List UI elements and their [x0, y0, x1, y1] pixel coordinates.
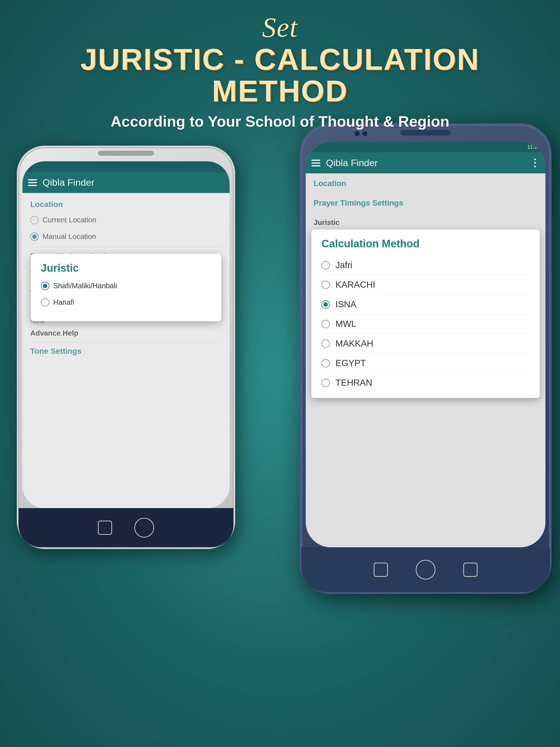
- phone-bottom-nav-right: [301, 547, 550, 592]
- status-time: 11:10: [527, 144, 540, 150]
- jafri-item[interactable]: Jafri: [321, 255, 530, 275]
- phone-left: Qibla Finder Location Current Location M…: [17, 146, 235, 549]
- location-section-left: Location: [30, 200, 222, 209]
- camera-dot-1: [354, 131, 359, 136]
- isna-radio[interactable]: [321, 300, 330, 309]
- juristic-label-right: Juristic: [314, 218, 538, 227]
- jafri-radio[interactable]: [321, 261, 330, 269]
- current-location-row[interactable]: Current Location: [30, 214, 222, 226]
- makkah-item[interactable]: MAKKAH: [321, 334, 530, 354]
- phone-screen-right: 11:10 Qibla Finder ⋮ Location Prayer Tim…: [306, 142, 545, 547]
- phones-area: Qibla Finder Location Current Location M…: [0, 123, 560, 740]
- header-subtitle: According to Your School of Thought & Re…: [0, 112, 560, 130]
- home-btn-left[interactable]: [134, 518, 154, 538]
- app-content-right: Location Prayer Timings Settings Juristi…: [306, 173, 545, 547]
- shafi-label: Shafi/Maliki/Hanbali: [53, 282, 117, 290]
- phone-screen-left: Qibla Finder Location Current Location M…: [22, 161, 230, 508]
- phone-bottom-nav-left: [19, 508, 234, 547]
- phone-right: 11:10 Qibla Finder ⋮ Location Prayer Tim…: [300, 123, 552, 594]
- makkah-radio[interactable]: [321, 339, 330, 348]
- home-btn-right[interactable]: [416, 560, 435, 579]
- hanafi-label: Hanafi: [53, 298, 74, 307]
- hanafi-radio[interactable]: [41, 298, 49, 307]
- back-btn-right[interactable]: [463, 563, 477, 577]
- phone-shell-right: 11:10 Qibla Finder ⋮ Location Prayer Tim…: [300, 123, 552, 594]
- karachi-label: KARACHI: [336, 280, 375, 290]
- tone-settings-left: Tone Settings: [30, 347, 222, 356]
- egypt-item[interactable]: EGYPT: [321, 354, 530, 373]
- app-content-left: Location Current Location Manual Locatio…: [22, 193, 230, 508]
- makkah-label: MAKKAH: [336, 338, 373, 349]
- current-location-radio[interactable]: [30, 216, 38, 224]
- mwl-radio[interactable]: [321, 320, 330, 328]
- camera-area: [354, 131, 367, 136]
- manual-location-radio[interactable]: [30, 232, 38, 241]
- tehran-item[interactable]: TEHRAN: [321, 373, 530, 392]
- isna-item[interactable]: ISNA: [321, 295, 530, 314]
- egypt-label: EGYPT: [336, 358, 366, 368]
- location-section-right: Location: [314, 179, 538, 188]
- divider-2: [30, 342, 222, 342]
- current-location-label: Current Location: [43, 216, 96, 224]
- calc-dialog-title: Calculation Method: [321, 238, 530, 250]
- shafi-row[interactable]: Shafi/Maliki/Hanbali: [41, 280, 211, 292]
- header-set: Set: [0, 11, 560, 44]
- hamburger-icon-left[interactable]: [28, 179, 37, 186]
- more-options-icon[interactable]: ⋮: [530, 157, 540, 169]
- karachi-item[interactable]: KARACHI: [321, 275, 530, 295]
- egypt-radio[interactable]: [321, 359, 330, 367]
- shafi-radio[interactable]: [41, 282, 49, 290]
- jafri-label: Jafri: [336, 260, 352, 270]
- status-bar-left: [22, 161, 230, 172]
- toolbar-right: Qibla Finder ⋮: [306, 152, 545, 173]
- advance-help-left[interactable]: Advance Help: [30, 329, 222, 337]
- manual-location-label: Manual Location: [43, 232, 96, 241]
- tehran-label: TEHRAN: [336, 378, 372, 388]
- calc-method-dialog: Calculation Method Jafri KARACHI ISNA: [311, 229, 540, 398]
- toolbar-left: Qibla Finder: [22, 172, 230, 193]
- manual-location-row[interactable]: Manual Location: [30, 231, 222, 242]
- mwl-label: MWL: [336, 319, 356, 329]
- header-title: Juristic - Calculation Method: [0, 44, 560, 107]
- recent-apps-btn-left[interactable]: [98, 521, 112, 535]
- prayer-timings-section-right: Prayer Timings Settings: [314, 199, 538, 208]
- phone-shell-left: Qibla Finder Location Current Location M…: [17, 146, 235, 549]
- isna-label: ISNA: [336, 299, 356, 309]
- camera-dot-2: [362, 131, 367, 136]
- hanafi-row[interactable]: Hanafi: [41, 297, 211, 308]
- recent-apps-btn-right[interactable]: [374, 563, 388, 577]
- karachi-radio[interactable]: [321, 281, 330, 289]
- toolbar-title-right: Qibla Finder: [326, 157, 524, 168]
- juristic-dialog: Juristic Shafi/Maliki/Hanbali Hanafi: [31, 254, 221, 321]
- header-area: Set Juristic - Calculation Method Accord…: [0, 11, 560, 130]
- hamburger-icon-right[interactable]: [311, 160, 320, 166]
- mwl-item[interactable]: MWL: [321, 314, 530, 334]
- juristic-dialog-title: Juristic: [41, 262, 211, 274]
- tehran-radio[interactable]: [321, 379, 330, 387]
- status-bar-right: 11:10: [306, 142, 545, 152]
- toolbar-title-left: Qibla Finder: [43, 177, 224, 188]
